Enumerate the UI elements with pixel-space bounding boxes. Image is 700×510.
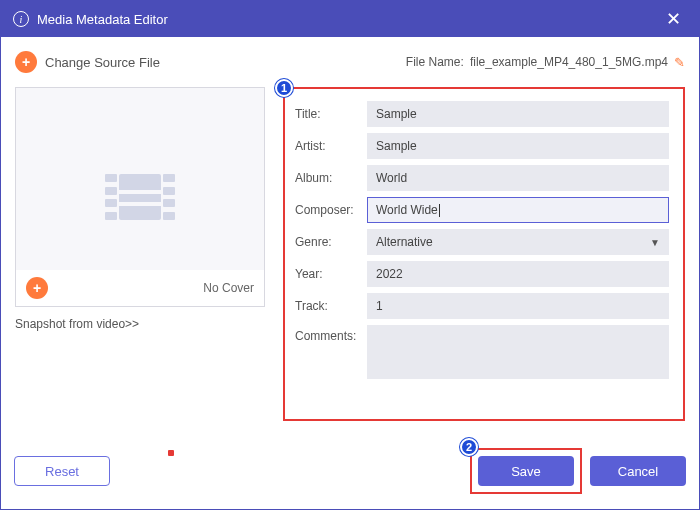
callout-1-badge: 1 <box>275 79 293 97</box>
edit-filename-icon[interactable]: ✎ <box>674 55 685 70</box>
left-column: + No Cover Snapshot from video>> <box>15 87 265 421</box>
input-year[interactable]: 2022 <box>367 261 669 287</box>
save-button[interactable]: Save <box>478 456 574 486</box>
top-row: + Change Source File File Name: file_exa… <box>15 51 685 73</box>
save-highlight-box: 2 Save <box>470 448 582 494</box>
window-title: Media Metadata Editor <box>37 12 168 27</box>
info-icon: i <box>13 11 29 27</box>
input-title[interactable]: Sample <box>367 101 669 127</box>
footer-buttons: Reset 2 Save Cancel <box>14 448 686 494</box>
label-genre: Genre: <box>295 235 367 249</box>
textarea-comments[interactable] <box>367 325 669 379</box>
label-composer: Composer: <box>295 203 367 217</box>
film-placeholder-icon <box>105 168 175 226</box>
snapshot-from-video-link[interactable]: Snapshot from video>> <box>15 317 265 331</box>
content-area: + Change Source File File Name: file_exa… <box>1 37 699 435</box>
text-cursor <box>439 204 440 217</box>
input-artist[interactable]: Sample <box>367 133 669 159</box>
row-track: Track: 1 <box>295 293 669 319</box>
select-genre[interactable]: Alternative ▼ <box>367 229 669 255</box>
filename-value: file_example_MP4_480_1_5MG.mp4 <box>470 55 668 69</box>
label-comments: Comments: <box>295 325 367 343</box>
cancel-button[interactable]: Cancel <box>590 456 686 486</box>
label-title: Title: <box>295 107 367 121</box>
label-year: Year: <box>295 267 367 281</box>
filename-label: File Name: <box>406 55 464 69</box>
add-cover-button[interactable]: + <box>26 277 48 299</box>
no-cover-label: No Cover <box>203 281 254 295</box>
label-track: Track: <box>295 299 367 313</box>
input-composer[interactable]: World Wide <box>367 197 669 223</box>
right-column: 1 Title: Sample Artist: Sample Album: Wo… <box>283 87 685 421</box>
body-columns: + No Cover Snapshot from video>> 1 Title… <box>15 87 685 421</box>
label-album: Album: <box>295 171 367 185</box>
close-button[interactable]: ✕ <box>660 8 687 30</box>
reset-button[interactable]: Reset <box>14 456 110 486</box>
change-source-label[interactable]: Change Source File <box>45 55 160 70</box>
row-album: Album: World <box>295 165 669 191</box>
label-artist: Artist: <box>295 139 367 153</box>
metadata-editor-window: i Media Metadata Editor ✕ + Change Sourc… <box>0 0 700 510</box>
titlebar: i Media Metadata Editor ✕ <box>1 1 699 37</box>
chevron-down-icon: ▼ <box>650 237 660 248</box>
change-source-plus-button[interactable]: + <box>15 51 37 73</box>
cover-preview: + No Cover <box>15 87 265 307</box>
row-comments: Comments: <box>295 325 669 379</box>
input-track[interactable]: 1 <box>367 293 669 319</box>
row-year: Year: 2022 <box>295 261 669 287</box>
metadata-form: 1 Title: Sample Artist: Sample Album: Wo… <box>283 87 685 421</box>
row-title: Title: Sample <box>295 101 669 127</box>
row-artist: Artist: Sample <box>295 133 669 159</box>
input-album[interactable]: World <box>367 165 669 191</box>
filename-display: File Name: file_example_MP4_480_1_5MG.mp… <box>406 55 685 70</box>
row-composer: Composer: World Wide <box>295 197 669 223</box>
cover-footer: + No Cover <box>16 270 264 306</box>
callout-2-badge: 2 <box>460 438 478 456</box>
row-genre: Genre: Alternative ▼ <box>295 229 669 255</box>
